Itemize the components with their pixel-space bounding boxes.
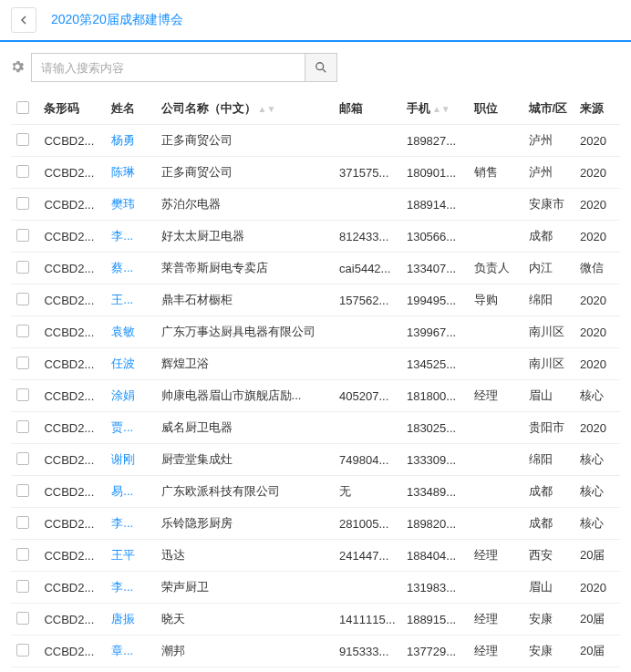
cell-email: 241447...	[334, 540, 401, 572]
row-checkbox[interactable]	[16, 165, 29, 178]
table-row[interactable]: CCBD2...杨勇正多商贸公司189827...泸州2020	[11, 125, 620, 157]
name-link[interactable]: 李...	[111, 580, 133, 594]
table-row[interactable]: CCBD2...李...好太太厨卫电器812433...130566...成都2…	[11, 221, 620, 253]
row-checkbox[interactable]	[16, 133, 29, 146]
row-checkbox[interactable]	[16, 452, 29, 465]
table-row[interactable]: CCBD2...王平迅达241447...188404...经理西安20届	[11, 540, 620, 572]
cell-barcode: CCBD2...	[38, 316, 106, 348]
cell-phone: 188915...	[401, 604, 469, 636]
row-checkbox[interactable]	[16, 644, 29, 656]
table-row[interactable]: CCBD2...谢刚厨壹堂集成灶749804...133309...绵阳核心	[11, 444, 620, 476]
table-row[interactable]: CCBD2...樊玮苏泊尔电器188914...安康市2020	[11, 189, 620, 221]
name-link[interactable]: 贾...	[111, 420, 133, 434]
row-checkbox[interactable]	[16, 388, 29, 401]
name-link[interactable]: 易...	[111, 484, 133, 498]
table-row[interactable]: CCBD2...袁敏广东万事达厨具电器有限公司139967...南川区2020	[11, 316, 620, 348]
name-link[interactable]: 李...	[111, 229, 133, 243]
name-link[interactable]: 任波	[111, 357, 135, 370]
cell-email	[334, 348, 401, 380]
row-checkbox[interactable]	[16, 357, 29, 369]
table-row[interactable]: CCBD2...唐振晓天1411115...188915...经理安康20届	[11, 604, 620, 636]
name-link[interactable]: 蔡...	[111, 261, 133, 274]
cell-position	[469, 572, 523, 604]
row-checkbox[interactable]	[16, 580, 29, 593]
name-link[interactable]: 章...	[111, 644, 133, 657]
col-header-city[interactable]: 城市/区	[523, 93, 574, 125]
table-row[interactable]: CCBD2...贾...威名厨卫电器183025...贵阳市2020	[11, 412, 620, 444]
col-header-source[interactable]: 来源	[574, 93, 620, 125]
cell-phone: 134525...	[401, 348, 469, 380]
name-link[interactable]: 涂娟	[111, 388, 135, 402]
cell-source: 20届	[574, 604, 620, 636]
col-header-email[interactable]: 邮箱	[334, 93, 401, 125]
row-checkbox[interactable]	[16, 229, 29, 242]
cell-company: 迅达	[156, 540, 335, 572]
row-checkbox[interactable]	[16, 548, 29, 561]
table-row[interactable]: CCBD2...易...广东欧派科技有限公司无133489...成都核心	[11, 476, 620, 508]
table-row[interactable]: CCBD2...陈琳正多商贸公司371575...180901...销售泸州20…	[11, 157, 620, 189]
row-checkbox[interactable]	[16, 420, 29, 433]
cell-email	[334, 316, 401, 348]
cell-company: 厨壹堂集成灶	[156, 444, 335, 476]
row-checkbox[interactable]	[16, 484, 29, 497]
table-row[interactable]: CCBD2...李...荣声厨卫131983...眉山2020	[11, 572, 620, 604]
sort-icon: ▲▼	[258, 107, 276, 112]
search-input[interactable]	[31, 53, 305, 82]
cell-email: cai5442...	[334, 253, 401, 284]
table-row[interactable]: CCBD2...李...乐铃隐形厨房281005...189820...成都核心	[11, 508, 620, 540]
cell-source: 2020	[574, 412, 620, 444]
cell-city: 安康	[523, 636, 574, 667]
cell-phone: 188404...	[401, 540, 469, 572]
col-header-company[interactable]: 公司名称（中文）▲▼	[156, 93, 335, 125]
svg-point-0	[316, 63, 324, 70]
cell-position: 负责人	[469, 253, 523, 284]
cell-company: 鼎丰石材橱柜	[156, 284, 335, 316]
cell-email: 1411115...	[334, 604, 401, 636]
name-link[interactable]: 李...	[111, 516, 133, 530]
name-link[interactable]: 樊玮	[111, 197, 135, 211]
col-header-phone[interactable]: 手机▲▼	[401, 93, 469, 125]
select-all-checkbox[interactable]	[16, 101, 29, 114]
cell-email	[334, 572, 401, 604]
cell-phone: 131983...	[401, 572, 469, 604]
row-checkbox[interactable]	[16, 293, 29, 305]
table-row[interactable]: CCBD2...涂娟帅康电器眉山市旗舰店励...405207...181800.…	[11, 380, 620, 412]
cell-phone: 189820...	[401, 508, 469, 540]
table-row[interactable]: CCBD2...马俊施耐德164948...150918...经理西安20届	[11, 667, 620, 673]
search-button[interactable]	[305, 53, 337, 82]
cell-barcode: CCBD2...	[38, 221, 106, 253]
col-header-position[interactable]: 职位	[469, 93, 523, 125]
table-row[interactable]: CCBD2...章...潮邦915333...137729...经理安康20届	[11, 636, 620, 667]
data-table: 条形码 姓名 公司名称（中文）▲▼ 邮箱 手机▲▼ 职位 城市/区 来源 CCB…	[11, 93, 620, 672]
cell-city: 眉山	[523, 572, 574, 604]
table-row[interactable]: CCBD2...蔡...莱普帝斯厨电专卖店cai5442...133407...…	[11, 253, 620, 284]
name-link[interactable]: 谢刚	[111, 452, 135, 466]
cell-company: 晓天	[156, 604, 335, 636]
cell-phone: 181800...	[401, 380, 469, 412]
breadcrumb-title[interactable]: 2020第20届成都建博会	[51, 12, 183, 28]
cell-email: 157562...	[334, 284, 401, 316]
col-header-barcode[interactable]: 条形码	[38, 93, 106, 125]
back-button[interactable]	[11, 7, 36, 33]
cell-email: 405207...	[334, 380, 401, 412]
row-checkbox[interactable]	[16, 516, 29, 529]
cell-company: 辉煌卫浴	[156, 348, 335, 380]
name-link[interactable]: 唐振	[111, 612, 135, 625]
cell-email: 749804...	[334, 444, 401, 476]
name-link[interactable]: 陈琳	[111, 165, 135, 179]
cell-position	[469, 508, 523, 540]
row-checkbox[interactable]	[16, 325, 29, 337]
table-row[interactable]: CCBD2...王...鼎丰石材橱柜157562...199495...导购绵阳…	[11, 284, 620, 316]
name-link[interactable]: 王...	[111, 293, 133, 306]
name-link[interactable]: 杨勇	[111, 133, 135, 147]
table-row[interactable]: CCBD2...任波辉煌卫浴134525...南川区2020	[11, 348, 620, 380]
col-header-name[interactable]: 姓名	[106, 93, 155, 125]
cell-source: 核心	[574, 508, 620, 540]
cell-phone: 183025...	[401, 412, 469, 444]
row-checkbox[interactable]	[16, 261, 29, 274]
gear-icon[interactable]	[11, 60, 24, 76]
name-link[interactable]: 袁敏	[111, 325, 135, 338]
name-link[interactable]: 王平	[111, 548, 135, 562]
row-checkbox[interactable]	[16, 197, 29, 210]
row-checkbox[interactable]	[16, 612, 29, 625]
